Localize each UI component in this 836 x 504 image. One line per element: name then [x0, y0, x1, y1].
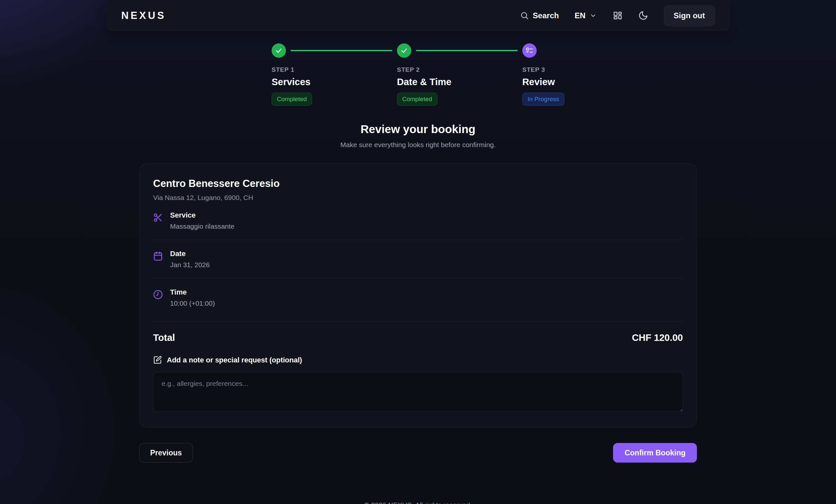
search-icon — [520, 11, 529, 20]
calendar-icon — [153, 251, 163, 261]
apps-menu-button[interactable] — [612, 11, 623, 21]
step1-circle — [271, 43, 286, 58]
date-label: Date — [170, 250, 210, 258]
note-header: Add a note or special request (optional) — [153, 355, 683, 364]
page-title: Review your booking — [0, 123, 836, 136]
edit-pencil-icon — [153, 355, 162, 364]
booking-summary-card: Centro Benessere Ceresio Via Nassa 12, L… — [139, 163, 697, 428]
step-connector — [290, 50, 392, 51]
step3-status-badge: In Progress — [522, 93, 565, 106]
time-label: Time — [170, 288, 215, 296]
step1-label: STEP 1 — [271, 66, 397, 73]
confirm-booking-button[interactable]: Confirm Booking — [613, 443, 697, 463]
step1-status-badge: Completed — [271, 93, 312, 106]
note-label: Add a note or special request (optional) — [167, 356, 302, 364]
chevron-down-icon — [590, 12, 597, 19]
date-row: Date Jan 31, 2026 — [153, 240, 683, 278]
booking-review-page: NEXUS Search EN — [0, 0, 836, 504]
stepper-step-review: STEP 3 Review In Progress — [522, 43, 565, 106]
stepper-step-datetime: STEP 2 Date & Time Completed — [397, 43, 522, 106]
dashboard-grid-icon — [612, 11, 623, 21]
step-connector — [416, 50, 518, 51]
page-subtitle: Make sure everything looks right before … — [0, 141, 836, 149]
previous-button[interactable]: Previous — [139, 443, 193, 463]
step2-circle — [397, 43, 411, 58]
moon-icon — [638, 11, 648, 21]
step1-title: Services — [271, 77, 397, 88]
step3-title: Review — [522, 77, 565, 88]
check-icon — [400, 47, 408, 55]
time-value: 10:00 (+01:00) — [170, 299, 215, 307]
step2-title: Date & Time — [397, 77, 522, 88]
sign-out-button[interactable]: Sign out — [664, 5, 715, 26]
date-value: Jan 31, 2026 — [170, 261, 210, 269]
language-code: EN — [574, 11, 585, 20]
step3-circle — [522, 43, 537, 58]
check-icon — [275, 47, 283, 55]
search-button[interactable]: Search — [520, 11, 559, 20]
clock-icon — [153, 290, 163, 299]
top-navigation-bar: NEXUS Search EN — [107, 0, 730, 31]
step2-status-badge: Completed — [397, 93, 437, 106]
step2-label: STEP 2 — [397, 66, 522, 73]
service-value: Massaggio rilassante — [170, 222, 234, 230]
stepper-step-services: STEP 1 Services Completed — [271, 43, 397, 106]
step3-label: STEP 3 — [522, 66, 565, 73]
total-row: Total CHF 120.00 — [153, 321, 683, 346]
note-textarea[interactable] — [153, 372, 683, 412]
venue-name: Centro Benessere Ceresio — [153, 178, 683, 190]
service-row: Service Massaggio rilassante — [153, 201, 683, 240]
total-label: Total — [153, 332, 175, 343]
scissors-icon — [153, 213, 163, 222]
topbar-actions: Search EN Sign ou — [520, 5, 715, 26]
dark-mode-toggle[interactable] — [638, 11, 648, 21]
total-amount: CHF 120.00 — [632, 332, 683, 343]
language-selector[interactable]: EN — [574, 11, 596, 20]
wizard-actions: Previous Confirm Booking — [139, 443, 697, 463]
copyright-footer: © 2026 NEXUS. All rights reserved. — [0, 501, 836, 504]
search-label: Search — [533, 11, 559, 20]
time-row: Time 10:00 (+01:00) — [153, 278, 683, 321]
checklist-icon — [526, 47, 533, 55]
venue-address: Via Nassa 12, Lugano, 6900, CH — [153, 194, 683, 201]
service-label: Service — [170, 211, 234, 219]
nexus-logo: NEXUS — [121, 10, 166, 21]
booking-stepper: STEP 1 Services Completed STEP 2 Date & … — [0, 43, 836, 106]
